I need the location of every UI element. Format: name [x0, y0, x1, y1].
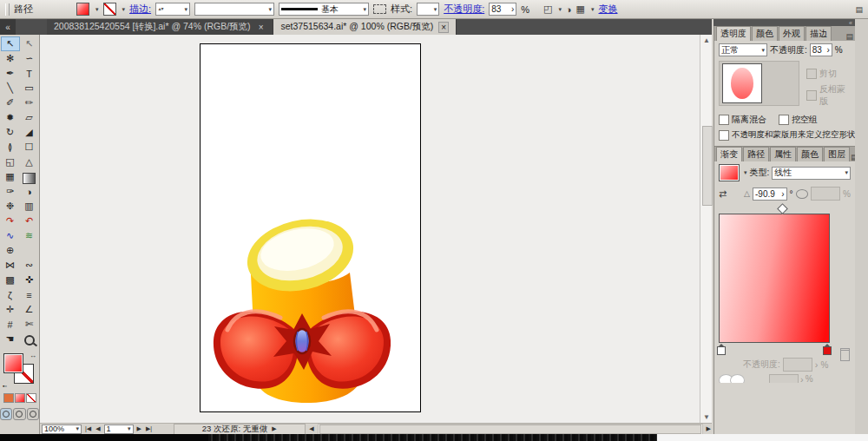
- artboard[interactable]: [200, 43, 421, 412]
- chevron-down-icon[interactable]: ▾: [761, 47, 765, 54]
- warp-tool[interactable]: ⋈: [1, 258, 20, 273]
- chevron-down-icon[interactable]: ▾: [128, 425, 131, 432]
- tab-color[interactable]: 颜色: [752, 26, 778, 41]
- shape-builder-tool[interactable]: ◱: [1, 155, 20, 169]
- measure-tool[interactable]: ✛: [1, 302, 20, 317]
- next-page-button[interactable]: ▶: [136, 425, 142, 432]
- hscroll-thumb[interactable]: [319, 425, 701, 434]
- gradient-type-select[interactable]: 线性 ▾: [772, 167, 851, 180]
- canvas-area[interactable]: [40, 35, 700, 423]
- draw-inside-button[interactable]: [27, 408, 39, 420]
- line-segment-tool[interactable]: ╲: [1, 81, 20, 95]
- color-button[interactable]: [3, 393, 14, 403]
- delete-stop-icon[interactable]: [840, 348, 850, 361]
- tab-gradient[interactable]: 渐变: [716, 147, 742, 161]
- zoom-level-field[interactable]: 100% ▾: [42, 425, 82, 434]
- style-field[interactable]: ▾: [417, 3, 439, 16]
- scribble-tool[interactable]: ζ: [1, 287, 20, 302]
- chevron-down-icon[interactable]: ▾: [185, 6, 188, 13]
- spinner-right-icon[interactable]: ›: [781, 189, 784, 199]
- scale-tool[interactable]: ◢: [20, 125, 39, 140]
- fill-dropdown-icon[interactable]: ▾: [95, 6, 99, 13]
- type-tool[interactable]: T: [20, 66, 39, 81]
- wave-tool[interactable]: ≋: [20, 228, 39, 243]
- rotate-tool[interactable]: ↻: [1, 125, 20, 140]
- collapse-dock-icon[interactable]: «: [849, 20, 852, 26]
- eraser-tool[interactable]: ▱: [20, 110, 39, 125]
- polyline-tool[interactable]: ∿: [1, 228, 20, 243]
- chevron-down-icon[interactable]: ▾: [744, 169, 747, 176]
- rectangle-tool[interactable]: ▭: [20, 81, 39, 95]
- chevron-down-icon[interactable]: ▾: [845, 169, 848, 176]
- chevron-down-icon[interactable]: ▾: [76, 425, 79, 432]
- tab-stroke[interactable]: 描边: [806, 26, 832, 41]
- spinner-right-icon[interactable]: ›: [826, 45, 829, 55]
- dashed-line-icon[interactable]: [373, 4, 386, 14]
- knockout-group-checkbox[interactable]: [779, 115, 789, 125]
- panel-menu-icon[interactable]: ▤: [845, 32, 853, 41]
- perspective-grid-tool[interactable]: △: [20, 155, 39, 169]
- gradient-ramp[interactable]: [719, 214, 830, 343]
- free-transform-tool[interactable]: ☐: [20, 140, 39, 155]
- brush-definition-field[interactable]: 基本 ▾: [279, 3, 369, 16]
- panel-opacity-field[interactable]: 83 ›: [810, 43, 832, 56]
- close-icon[interactable]: ×: [256, 22, 266, 33]
- stroke-weight-field[interactable]: ▴▾ ▾: [155, 3, 190, 16]
- artwork-cylinder-with-bow[interactable]: [201, 44, 420, 411]
- pen-tool[interactable]: ✒: [1, 66, 20, 81]
- rotate-view-tool[interactable]: ⊕: [1, 243, 20, 258]
- arc-tool[interactable]: ↷: [1, 214, 20, 228]
- pucker-tool[interactable]: ✜: [20, 273, 39, 287]
- scroll-up-icon[interactable]: ▲: [703, 36, 710, 44]
- isolate-blend-checkbox[interactable]: [719, 115, 729, 125]
- scrollbar-thumb[interactable]: [702, 126, 713, 206]
- reverse-gradient-icon[interactable]: ⇄: [719, 188, 727, 200]
- stroke-color-swatch[interactable]: [103, 3, 116, 16]
- spinner-right-icon[interactable]: ›: [511, 4, 514, 14]
- clip-checkbox[interactable]: [806, 69, 817, 79]
- stroke-dropdown-icon[interactable]: ▾: [122, 6, 126, 13]
- mesh-tool[interactable]: ▦: [1, 169, 20, 184]
- angle-tool[interactable]: ∠: [20, 302, 39, 317]
- chevron-down-icon[interactable]: ▾: [591, 6, 595, 13]
- tab-appearance[interactable]: 外观: [779, 26, 805, 41]
- swap-fill-stroke-icon[interactable]: ↔: [30, 352, 36, 359]
- fill-color-swatch[interactable]: [76, 3, 89, 16]
- blob-brush-tool[interactable]: ✹: [1, 110, 20, 125]
- stroke-link[interactable]: 描边:: [129, 3, 151, 16]
- page-number-field[interactable]: 1 ▾: [104, 425, 134, 434]
- invert-mask-checkbox[interactable]: [806, 90, 817, 101]
- document-setup-icon[interactable]: ▦: [576, 3, 585, 15]
- document-tab-1[interactable]: 200838125420554 [转换].ai* @ 74% (RGB/预览) …: [47, 19, 273, 35]
- width-tool[interactable]: ≬: [1, 140, 20, 155]
- gradient-tool[interactable]: [20, 169, 39, 184]
- selection-tool[interactable]: ↖: [1, 36, 20, 51]
- blend-tool[interactable]: ◑: [20, 184, 39, 199]
- draw-behind-button[interactable]: [13, 408, 25, 420]
- zoom-tool[interactable]: [20, 332, 39, 346]
- opacity-link[interactable]: 不透明度:: [444, 3, 484, 16]
- eyedropper-tool[interactable]: ✑: [1, 184, 20, 199]
- opacity-field[interactable]: 83 ›: [489, 3, 516, 16]
- lattice-tool[interactable]: ▩: [1, 273, 20, 287]
- stroke-weight-spinner-icon[interactable]: ▴▾: [158, 7, 164, 11]
- chevron-down-icon[interactable]: ▾: [558, 6, 562, 13]
- fill-indicator[interactable]: [3, 353, 23, 373]
- prev-page-button[interactable]: ◀: [95, 425, 101, 432]
- gradient-button[interactable]: [15, 393, 25, 403]
- slice-tool[interactable]: ✄: [20, 317, 39, 332]
- tab-layers[interactable]: 图层: [824, 147, 850, 161]
- gradient-swatch[interactable]: [719, 164, 740, 181]
- object-thumbnail[interactable]: [722, 63, 762, 103]
- paintbrush-tool[interactable]: ✐: [1, 95, 20, 110]
- direct-selection-tool[interactable]: ↖: [20, 36, 39, 51]
- first-page-button[interactable]: |◀: [84, 425, 92, 432]
- chevron-down-icon[interactable]: ▾: [434, 6, 437, 13]
- gradient-midpoint-marker[interactable]: [777, 203, 788, 214]
- column-graph-tool[interactable]: ▥: [20, 199, 39, 214]
- isolate-selected-icon[interactable]: ◰: [543, 3, 552, 15]
- gradient-stop-start[interactable]: [717, 346, 726, 355]
- none-button[interactable]: [26, 393, 36, 403]
- tab-attributes[interactable]: 属性: [770, 147, 796, 161]
- tab-color-2[interactable]: 颜色: [797, 147, 823, 161]
